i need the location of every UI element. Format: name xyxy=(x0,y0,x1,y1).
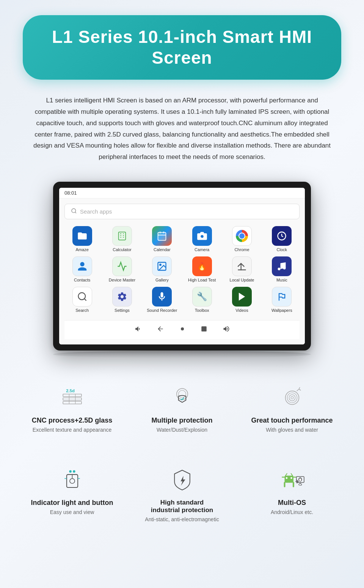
feature-multios: Multi-OS Android/Linux etc. xyxy=(243,459,341,530)
feature-touch: Great touch performance With gloves and … xyxy=(243,377,341,440)
indicator-title: Indicator light and button xyxy=(31,499,113,507)
feature-industrial: High standardindustrial protection Anti-… xyxy=(133,459,231,530)
search-app-icon xyxy=(72,287,92,307)
navigation-bar xyxy=(64,320,300,339)
calendar-icon xyxy=(152,226,172,246)
app-high-load[interactable]: 🔥 High Load Test xyxy=(184,256,220,282)
svg-point-37 xyxy=(291,397,293,399)
svg-marker-23 xyxy=(239,292,245,300)
svg-point-33 xyxy=(178,390,186,398)
app-toolbox[interactable]: 🔧 Toolbox xyxy=(184,287,220,313)
svg-rect-18 xyxy=(238,269,246,270)
svg-point-42 xyxy=(73,470,75,473)
app-search-bar[interactable]: Search apps xyxy=(64,204,300,219)
cnc-title: CNC process+2.5D glass xyxy=(32,417,113,424)
svg-point-35 xyxy=(287,393,297,403)
search-icon xyxy=(71,208,77,215)
app-search[interactable]: Search xyxy=(64,287,100,313)
industrial-subtitle: Anti-static, anti-electromagnetic xyxy=(145,516,219,522)
time-display: 08:01 xyxy=(64,190,77,196)
screen-body: Search apps Amaze xyxy=(59,198,305,344)
contacts-icon xyxy=(72,256,92,276)
clock-icon xyxy=(272,226,292,246)
tablet-screen: 08:01 Search apps xyxy=(59,188,305,344)
local-update-icon xyxy=(232,256,252,276)
device-master-label: Device Master xyxy=(109,278,135,282)
device-master-icon xyxy=(112,256,132,276)
app-calculator[interactable]: Calculator xyxy=(104,226,140,252)
app-settings[interactable]: Settings xyxy=(104,287,140,313)
app-music[interactable]: Music xyxy=(264,256,300,282)
svg-point-21 xyxy=(78,292,85,300)
indicator-icon xyxy=(59,467,85,494)
tablet-device: 08:01 Search apps xyxy=(53,182,311,351)
app-wallpapers[interactable]: Wallpapers xyxy=(264,287,300,313)
app-chrome[interactable]: Chrome xyxy=(224,226,259,252)
svg-line-38 xyxy=(297,389,299,391)
svg-point-64 xyxy=(300,479,301,480)
app-gallery[interactable]: Gallery xyxy=(144,256,180,282)
page-description: L1 series intelligent HMI Screen is base… xyxy=(23,95,341,163)
sound-recorder-icon xyxy=(152,287,172,307)
multios-subtitle: Android/Linux etc. xyxy=(271,509,313,515)
home-btn[interactable] xyxy=(179,326,185,334)
feature-indicator: Indicator light and button Easy use and … xyxy=(23,459,121,530)
svg-point-41 xyxy=(69,470,72,473)
calculator-icon xyxy=(112,226,132,246)
app-camera[interactable]: Camera xyxy=(184,226,220,252)
svg-text:2.5d: 2.5d xyxy=(66,388,75,393)
tablet-container: 08:01 Search apps xyxy=(23,182,341,358)
svg-rect-29 xyxy=(63,402,82,404)
camera-label: Camera xyxy=(195,247,209,252)
gallery-label: Gallery xyxy=(155,278,169,282)
svg-point-17 xyxy=(160,264,161,266)
svg-point-24 xyxy=(181,327,184,330)
calendar-label: Calendar xyxy=(154,247,171,252)
svg-point-19 xyxy=(278,267,281,270)
svg-rect-27 xyxy=(63,394,82,397)
touch-subtitle: With gloves and water xyxy=(266,427,318,433)
svg-point-51 xyxy=(290,477,292,479)
app-grid: Amaze xyxy=(64,226,300,313)
cnc-icon: 2.5d xyxy=(59,385,85,411)
app-sound-recorder[interactable]: Sound Recorder xyxy=(144,287,180,313)
gallery-icon xyxy=(152,256,172,276)
calculator-label: Calculator xyxy=(113,247,132,252)
contacts-label: Contacts xyxy=(74,278,90,282)
svg-point-50 xyxy=(286,477,288,479)
volume-down-btn[interactable] xyxy=(134,325,141,335)
svg-point-14 xyxy=(200,234,204,238)
videos-label: Videos xyxy=(235,308,248,313)
high-load-icon: 🔥 xyxy=(192,256,212,276)
settings-label: Settings xyxy=(115,308,130,313)
volume-up-btn[interactable] xyxy=(223,325,230,335)
chrome-label: Chrome xyxy=(234,247,249,252)
recent-btn[interactable] xyxy=(201,325,207,334)
protection-title: Multiple protection xyxy=(152,417,213,424)
indicator-subtitle: Easy use and view xyxy=(50,509,94,515)
multios-title: Multi-OS xyxy=(278,499,306,507)
app-local-update[interactable]: Local Update xyxy=(224,256,259,282)
title-banner: L1 Series 10.1-inch Smart HMI Screen xyxy=(23,15,341,80)
search-label: Search xyxy=(75,308,89,313)
app-videos[interactable]: Videos xyxy=(224,287,259,313)
svg-line-56 xyxy=(286,474,287,476)
app-clock[interactable]: Clock xyxy=(264,226,300,252)
svg-line-39 xyxy=(299,389,301,390)
svg-line-22 xyxy=(84,299,86,300)
wallpapers-label: Wallpapers xyxy=(271,308,292,313)
protection-subtitle: Water/Dust/Explosion xyxy=(157,427,207,433)
app-calendar[interactable]: Calendar xyxy=(144,226,180,252)
feature-protection: Multiple protection Water/Dust/Explosion xyxy=(133,377,231,440)
status-bar: 08:01 xyxy=(59,188,305,198)
cnc-subtitle: Excellent texture and appearance xyxy=(33,427,112,433)
svg-line-1 xyxy=(75,212,76,213)
back-btn[interactable] xyxy=(157,325,164,335)
app-amaze[interactable]: Amaze xyxy=(64,226,100,252)
toolbox-icon: 🔧 xyxy=(192,287,212,307)
svg-rect-2 xyxy=(119,232,126,240)
chrome-icon xyxy=(232,226,252,246)
features-row-1: 2.5d CNC process+2.5D glass Excellent te… xyxy=(23,377,341,440)
app-contacts[interactable]: Contacts xyxy=(64,256,100,282)
app-device-master[interactable]: Device Master xyxy=(104,256,140,282)
